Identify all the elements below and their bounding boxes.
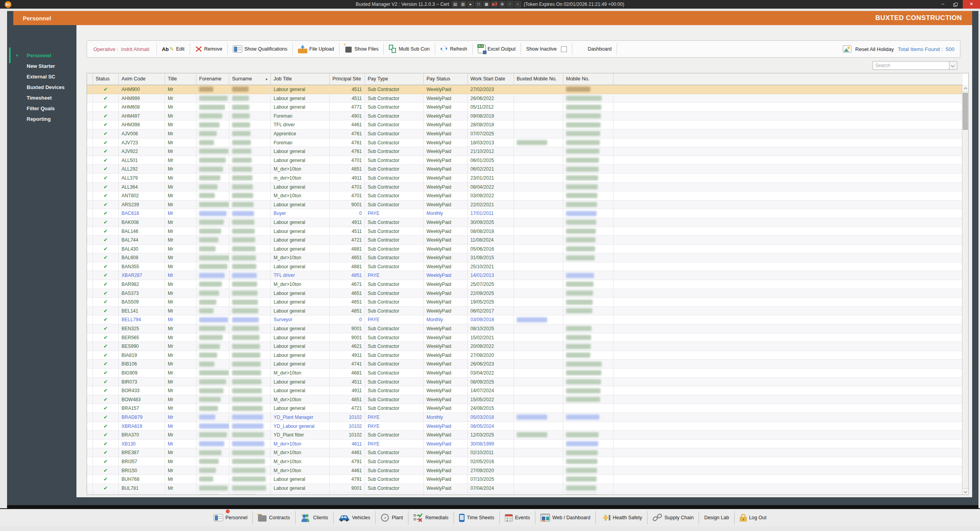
taskbar-item-design-lab[interactable]: Design Lab [699,510,734,525]
table-row[interactable]: ✔AHM999MrLabour general4511Sub Contracto… [87,94,963,103]
taskbar-item-contracts[interactable]: ✦Contracts [253,510,295,525]
show-inactive-checkbox[interactable] [561,46,567,52]
table-row[interactable]: ✔BAC618MrBuyer0PAYEMonthly17/01/2011 [87,209,963,218]
taskbar-item-vehicles[interactable]: Vehicles [334,510,376,525]
sidebar-item-external-sc[interactable]: External SC [7,71,76,82]
record-count-3-icon[interactable]: ◉3 [491,1,498,8]
table-row[interactable]: ✔ALL501MrLabour general4701Sub Contracto… [87,156,963,165]
table-row[interactable]: ✔BRI357MrM_dvr>10ton4791Sub ContractorWe… [87,457,963,466]
scrollbar-thumb[interactable] [963,93,968,130]
table-row[interactable]: ✔ALL364MrLabour general4701Sub Contracto… [87,183,963,192]
camera-icon[interactable]: ▥ [459,1,466,8]
column-header-buxted-mobile-no-[interactable]: Buxted Mobile No. [514,73,563,85]
search-dropdown-button[interactable] [949,62,957,69]
table-row[interactable]: ✔BEN325MrLabour general9001Sub Contracto… [87,324,963,333]
table-row[interactable]: ✔BRA370MrYD_Plant fitter10102Sub Contrac… [87,431,963,440]
table-row[interactable]: ✔BAR982MrM_dvr>10ton4671Sub ContractorWe… [87,280,963,289]
table-row[interactable]: ✔BAL146MrLabour general4511Sub Contracto… [87,227,963,236]
taskbar-item-personnel[interactable]: Personnel [209,510,252,525]
search-input[interactable] [873,62,949,69]
sidebar-item-timesheet[interactable]: Timesheet [7,93,76,103]
table-row[interactable]: ✔AHM608MrLabour general4771Sub Contracto… [87,103,963,112]
cast-icon[interactable]: ▤ [452,1,459,8]
table-row[interactable]: ✔BAS509MrLabour general4651Sub Contracto… [87,298,963,307]
shield-check-icon[interactable]: ✓ [506,1,514,8]
table-row[interactable]: ✔BIR073MrLabour general4511Sub Contracto… [87,378,963,387]
table-row[interactable]: ✔BAL744MrLabour general4721Sub Contracto… [87,236,963,245]
table-row[interactable]: ✔BRAD879MrYD_Plant Manager10102PAYEMonth… [87,413,963,422]
taskbar-item-health-safety[interactable]: Health Safety [596,510,647,525]
scroll-up-button[interactable] [962,85,969,92]
column-header-mobile-no-[interactable]: Mobile No. [563,73,613,85]
column-header-axim-code[interactable]: Axim Code [119,73,165,85]
table-row[interactable]: ✔BUH768MrLabour general4791Sub Contracto… [87,475,963,484]
taskbar-item-remedials[interactable]: Remedials [408,510,454,525]
collapse-arrow-icon[interactable]: ‹ [514,1,521,8]
table-row[interactable]: ✔BES990MrLabour general4621Sub Contracto… [87,342,963,351]
show-inactive-toggle[interactable]: Show Inactive [523,42,570,56]
sidebar-item-new-starter[interactable]: New Starter [7,61,76,71]
table-row[interactable]: ✔BELL794MrSurveyor0PAYEMonthly03/09/2018 [87,315,963,324]
remove-button[interactable]: Remove [192,42,226,56]
file-upload-button[interactable]: File Upload [294,42,338,56]
table-row[interactable]: ✔XBRA619MrYD_Labour general10102PAYEWeek… [87,422,963,431]
table-row[interactable]: ✔XB130MrM_dvr>10ton4611PAYEWeeklyPaid30/… [87,440,963,449]
table-row[interactable]: ✔BRA157MrLabour general4721Sub Contracto… [87,404,963,413]
table-row[interactable]: ✔BAS373MrLabour general4651Sub Contracto… [87,289,963,298]
dashboard-button[interactable]: Dashboard [574,42,615,56]
layers-icon[interactable]: ▦ [483,1,490,8]
sidebar-item-filter-quals[interactable]: Filter Quals [7,103,76,114]
restore-button[interactable] [949,0,963,9]
taskbar-item-clients[interactable]: ✦Clients [296,510,333,525]
table-row[interactable]: ✔BOR433MrLabour general4911Sub Contracto… [87,386,963,395]
table-row[interactable]: ✔ALL292MrM_dvr>10ton4851Sub ContractorWe… [87,165,963,174]
show-files-button[interactable]: ✦ Show Files [341,42,382,56]
table-row[interactable]: ✔BEL141MrLabour general4851Sub Contracto… [87,307,963,316]
taskbar-item-log-out[interactable]: Log Out [735,510,771,525]
column-header-pay-status[interactable]: Pay Status [424,73,468,85]
table-row[interactable]: ✔BRE387MrM_dvr>10ton4461Sub ContractorWe… [87,448,963,457]
table-row[interactable]: ✔XBAR287MrTFL driver4851PAYEWeeklyPaid14… [87,271,963,280]
column-header-work-start-date[interactable]: Work Start Date [468,73,514,85]
minimize-button[interactable]: – [936,0,949,9]
sidebar-item-reporting[interactable]: Reporting [7,114,76,124]
taskbar-item-supply-chain[interactable]: Supply Chain [648,510,699,525]
column-header-forename[interactable]: Forename [196,73,229,85]
column-header-surname[interactable]: Surname▲ [229,73,271,85]
sidebar-item-personnel[interactable]: ► Personnel [7,50,76,61]
table-row[interactable]: ✔BUL781MrLabour general9001Sub Contracto… [87,484,963,493]
column-header-job-title[interactable]: Job Title [271,73,330,85]
table-row[interactable]: ✔AJV723MrForeman4761Sub ContractorWeekly… [87,138,963,147]
table-row[interactable]: ✔BAK008MrLabour general4911Sub Contracto… [87,218,963,227]
column-header-principal-site[interactable]: Principal Site [330,73,365,85]
table-row[interactable]: ✔AHM497MrForeman4901Sub ContractorWeekly… [87,112,963,121]
table-row[interactable]: ✔BOW483MrM_dvr>10ton4851Sub ContractorWe… [87,395,963,404]
multi-sub-con-button[interactable]: Multi Sub Con [385,42,433,56]
column-header-status[interactable]: Status [93,73,119,85]
window-icon[interactable]: □ [475,1,482,8]
close-button[interactable]: × [963,0,980,9]
taskbar-item-events[interactable]: Events [500,510,535,525]
table-row[interactable]: ✔BAL608MrM_dvr>10ton4651Sub ContractorWe… [87,253,963,262]
refresh-button[interactable]: Refresh [437,42,471,56]
table-row[interactable]: ✔AHM900MrLabour general4511Sub Contracto… [87,85,963,94]
taskbar-item-web-dashboard[interactable]: Web / Dashboard [535,510,595,525]
search-combobox[interactable] [873,61,957,70]
table-row[interactable]: ✔AHM398MrTFL driver4461Sub ContractorWee… [87,120,963,129]
table-row[interactable]: ✔ARS239MrLabour general9001Sub Contracto… [87,200,963,209]
edit-button[interactable]: Ab✎ Edit [158,42,188,56]
table-row[interactable]: ✔BER565MrLabour general9001Sub Contracto… [87,333,963,342]
sidebar-item-buxted-devices[interactable]: Buxted Devices [7,82,76,93]
show-qualifications-button[interactable]: Show Qualifications [229,42,291,56]
accessibility-icon[interactable]: ⊛ [499,1,506,8]
reset-all-holiday-button[interactable]: Reset All Holiday [855,46,894,52]
table-row[interactable]: ✔BIA819MrLabour general4911Sub Contracto… [87,351,963,360]
table-row[interactable]: ✔ANT802MrM_dvr>10ton4701Sub ContractorWe… [87,191,963,200]
excel-output-button[interactable]: XLS Excel Output [474,42,519,56]
table-row[interactable]: ✔AJV922MrLabour general4761Sub Contracto… [87,147,963,156]
table-row[interactable]: ✔BIG909MrM_dvr>10ton4681Sub ContractorWe… [87,369,963,378]
cursor-icon[interactable]: ▸ [467,1,474,8]
table-row[interactable]: ✔ALL379Mrm_dvr>10ton4911Sub ContractorWe… [87,174,963,183]
scroll-down-button[interactable] [962,488,969,495]
column-header-indicator[interactable] [87,73,93,85]
